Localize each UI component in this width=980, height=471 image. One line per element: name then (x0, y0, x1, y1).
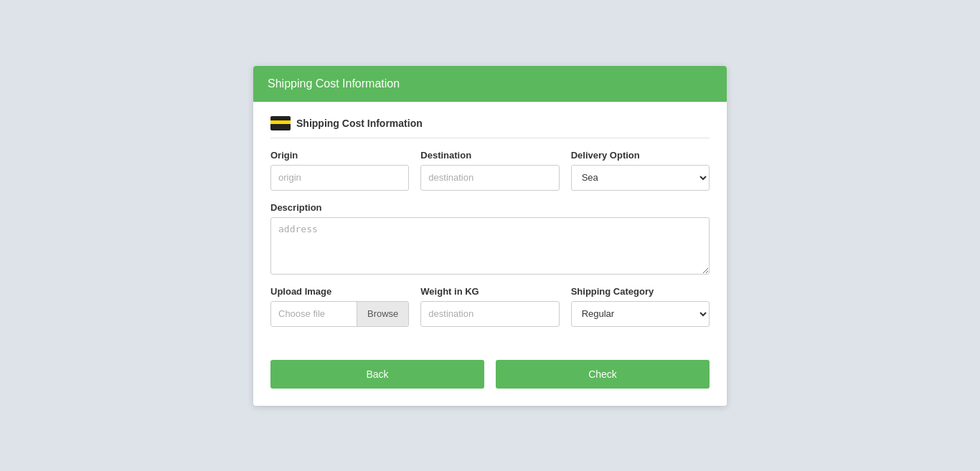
shipping-category-group: Shipping Category Regular Express Econom… (571, 286, 710, 327)
destination-group: Destination (420, 150, 559, 191)
shipping-category-select[interactable]: Regular Express Economy (571, 301, 710, 327)
choose-file-label: Choose file (271, 302, 357, 326)
check-button[interactable]: Check (496, 360, 710, 389)
delivery-option-label: Delivery Option (571, 150, 710, 161)
delivery-option-group: Delivery Option Sea Air Land (571, 150, 710, 191)
file-input-wrapper: Choose file Browse (270, 301, 409, 327)
shipping-category-label: Shipping Category (571, 286, 710, 297)
weight-input[interactable] (420, 301, 559, 327)
modal-header-title: Shipping Cost Information (268, 77, 400, 90)
origin-label: Origin (270, 150, 409, 161)
upload-image-label: Upload Image (270, 286, 409, 297)
description-row: Description (270, 202, 710, 275)
description-group: Description (270, 202, 710, 275)
description-textarea[interactable] (270, 217, 710, 275)
delivery-option-select[interactable]: Sea Air Land (571, 165, 710, 191)
back-button[interactable]: Back (270, 360, 484, 389)
destination-label: Destination (420, 150, 559, 161)
destination-input[interactable] (420, 165, 559, 191)
modal-body: Shipping Cost Information Origin Destina… (253, 102, 727, 353)
origin-group: Origin (270, 150, 409, 191)
section-title-row: Shipping Cost Information (270, 116, 710, 138)
modal-footer: Back Check (253, 353, 727, 406)
weight-group: Weight in KG (420, 286, 559, 327)
weight-label: Weight in KG (420, 286, 559, 297)
credit-card-icon (270, 116, 291, 130)
shipping-modal: Shipping Cost Information Shipping Cost … (253, 66, 727, 406)
first-form-row: Origin Destination Delivery Option Sea A… (270, 150, 710, 191)
modal-header: Shipping Cost Information (253, 66, 727, 102)
section-title-text: Shipping Cost Information (296, 118, 423, 129)
browse-button[interactable]: Browse (357, 302, 408, 326)
second-form-row: Upload Image Choose file Browse Weight i… (270, 286, 710, 327)
upload-image-group: Upload Image Choose file Browse (270, 286, 409, 327)
description-label: Description (270, 202, 710, 213)
origin-input[interactable] (270, 165, 409, 191)
